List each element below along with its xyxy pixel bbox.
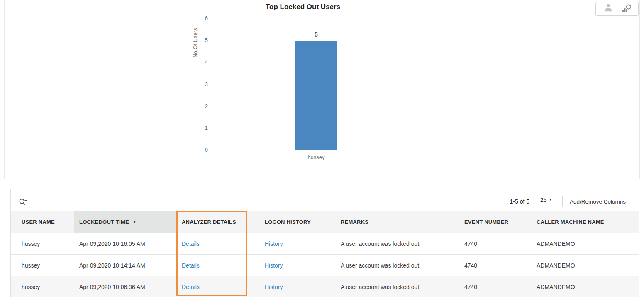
- table-header-row: USER NAME LOCKEDOUT TIME ▼ ANALYZER DETA…: [11, 211, 639, 233]
- cell-user-name: hussey: [11, 255, 74, 276]
- cell-caller-machine-name: ADMANDEMO: [519, 233, 639, 254]
- table-row: hussey Apr 09,2020 10:06:36 AM Details H…: [11, 276, 639, 297]
- y-tick-1: 1: [195, 125, 208, 131]
- table-search-button[interactable]: [17, 196, 28, 208]
- column-header-user-name[interactable]: USER NAME: [11, 211, 74, 233]
- column-header-caller-machine-name[interactable]: CALLER MACHINE NAME: [519, 211, 639, 233]
- user-icon: [603, 3, 614, 15]
- cell-lockedout-time: Apr 09,2020 10:16:05 AM: [74, 233, 177, 254]
- chart-refresh-button[interactable]: [620, 2, 632, 15]
- cell-user-name: hussey: [11, 276, 74, 297]
- chevron-down-icon: ▼: [549, 198, 552, 201]
- cell-lockedout-time: Apr 09,2020 10:06:36 AM: [74, 276, 177, 297]
- cell-event-number: 4740: [447, 233, 519, 254]
- cell-remarks: A user account was locked out.: [323, 276, 447, 297]
- cell-caller-machine-name: ADMANDEMO: [519, 276, 639, 297]
- chart-panel: Top Locked Out Users: [4, 0, 640, 179]
- column-header-lockedout-time[interactable]: LOCKEDOUT TIME ▼: [74, 211, 177, 233]
- column-header-analyzer-details[interactable]: ANALYZER DETAILS: [177, 211, 247, 233]
- details-link[interactable]: Details: [182, 262, 200, 269]
- cell-remarks: A user account was locked out.: [323, 233, 447, 254]
- cell-lockedout-time: Apr 09,2020 10:14:14 AM: [74, 255, 177, 276]
- column-header-lockedout-time-label: LOCKEDOUT TIME: [79, 219, 129, 225]
- bar-hussey[interactable]: [295, 41, 337, 150]
- x-axis-line: [213, 150, 418, 150]
- add-remove-columns-button[interactable]: Add/Remove Columns: [562, 196, 633, 207]
- history-link[interactable]: History: [265, 262, 283, 269]
- table-row: hussey Apr 09,2020 10:14:14 AM Details H…: [11, 255, 639, 276]
- column-header-remarks[interactable]: REMARKS: [323, 211, 447, 233]
- sort-desc-icon: ▼: [133, 220, 137, 224]
- pagination-range: 1-5 of 5: [488, 198, 529, 205]
- bar-value-label: 5: [295, 31, 337, 38]
- cell-event-number: 4740: [447, 255, 519, 276]
- details-link[interactable]: Details: [182, 241, 200, 247]
- cell-user-name: hussey: [11, 233, 74, 254]
- search-icon: [18, 197, 27, 207]
- cell-event-number: 4740: [447, 276, 519, 297]
- page-size-dropdown[interactable]: 25 ▼: [540, 196, 552, 203]
- y-tick-0: 0: [195, 147, 208, 153]
- page-size-value: 25: [540, 196, 547, 203]
- y-tick-2: 2: [195, 103, 208, 109]
- view-toggle-group: [595, 2, 639, 16]
- lockout-table-panel: 1-5 of 5 25 ▼ Add/Remove Columns USER NA…: [10, 189, 639, 297]
- column-header-logon-history[interactable]: LOGON HISTORY: [247, 211, 323, 233]
- table-row: hussey Apr 09,2020 10:16:05 AM Details H…: [11, 233, 639, 255]
- chart-title: Top Locked Out Users: [5, 3, 601, 11]
- cell-caller-machine-name: ADMANDEMO: [519, 255, 639, 276]
- user-view-button[interactable]: [602, 2, 615, 16]
- y-tick-6: 6: [195, 15, 208, 21]
- y-tick-4: 4: [195, 59, 208, 65]
- details-link[interactable]: Details: [182, 284, 200, 290]
- column-header-event-number[interactable]: EVENT NUMBER: [447, 211, 519, 233]
- bar-chart-refresh-icon: [621, 3, 631, 15]
- y-tick-5: 5: [195, 37, 208, 43]
- cell-remarks: A user account was locked out.: [323, 255, 447, 276]
- x-tick-hussey: hussey: [291, 154, 342, 160]
- y-tick-3: 3: [195, 81, 208, 87]
- history-link[interactable]: History: [265, 241, 283, 247]
- history-link[interactable]: History: [265, 284, 283, 290]
- y-axis-line: [213, 18, 213, 150]
- screen: Top Locked Out Users: [0, 0, 644, 297]
